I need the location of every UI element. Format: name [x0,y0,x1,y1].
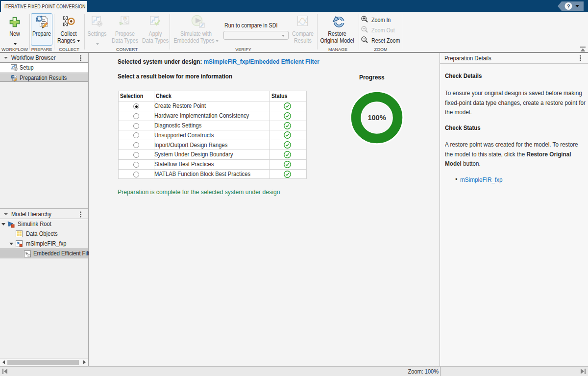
svg-text:?: ? [567,3,570,9]
